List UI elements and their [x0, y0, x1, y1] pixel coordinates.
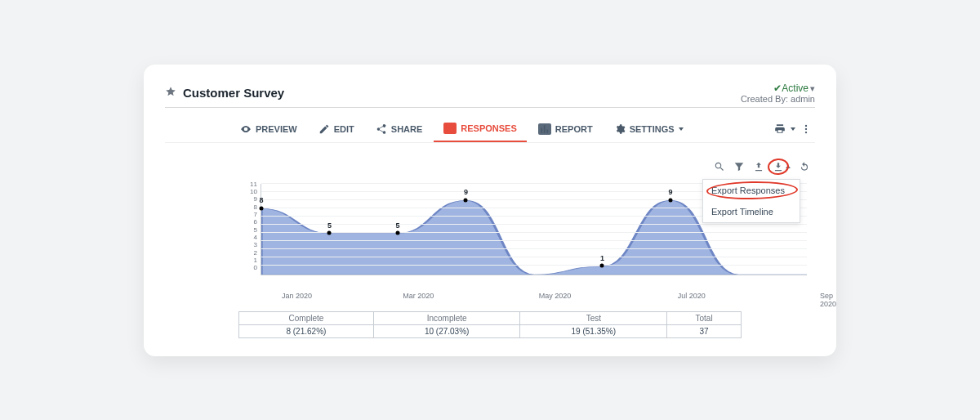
stats-cell: 19 (51.35%)	[520, 324, 667, 337]
stats-header: Total	[667, 311, 742, 324]
export-menu: Export Responses Export Timeline	[702, 179, 800, 223]
header-meta: ✔Active▾ Created By: admin	[741, 83, 815, 104]
created-by: Created By: admin	[741, 94, 815, 104]
title-group: Customer Survey	[165, 86, 284, 101]
chevron-down-icon	[679, 127, 684, 131]
x-axis: Jan 2020Mar 2020May 2020Jul 2020Sep 2020	[165, 292, 815, 303]
report-button[interactable]: REPORT	[528, 117, 603, 141]
stats-cell: 10 (27.03%)	[373, 324, 520, 337]
responses-badge-icon	[443, 123, 457, 134]
svg-point-1	[805, 127, 807, 129]
share-button[interactable]: SHARE	[366, 117, 433, 141]
page-title: Customer Survey	[183, 86, 284, 100]
status-badge[interactable]: ✔Active▾	[741, 83, 815, 94]
preview-button[interactable]: PREVIEW	[230, 117, 307, 141]
more-icon[interactable]	[800, 123, 812, 135]
filter-icon[interactable]	[733, 161, 745, 172]
export-responses-item[interactable]: Export Responses	[703, 180, 800, 201]
app-window: Customer Survey ✔Active▾ Created By: adm…	[144, 65, 836, 356]
stats-header: Incomplete	[373, 311, 520, 324]
settings-button[interactable]: SETTINGS	[604, 117, 693, 141]
stats-header: Test	[520, 311, 667, 324]
caret-up-icon	[786, 165, 791, 168]
export-timeline-item[interactable]: Export Timeline	[703, 201, 800, 222]
download-icon[interactable]	[773, 161, 784, 172]
responses-tab[interactable]: RESPONSES	[434, 116, 526, 142]
upload-icon[interactable]	[753, 161, 764, 172]
star-icon[interactable]	[165, 86, 176, 101]
chart-toolbar: Export Responses Export Timeline	[165, 143, 815, 179]
toolbar-actions	[774, 123, 815, 135]
print-icon[interactable]	[774, 123, 786, 135]
stats-cell: 37	[667, 324, 742, 337]
toolbar: PREVIEW EDIT SHARE RESPONSES REPORT SETT…	[165, 108, 815, 143]
header: Customer Survey ✔Active▾ Created By: adm…	[165, 83, 815, 108]
refresh-icon[interactable]	[799, 161, 810, 172]
svg-point-2	[805, 131, 807, 132]
y-axis: 11109876543210	[250, 181, 261, 272]
edit-button[interactable]: EDIT	[309, 117, 364, 141]
svg-point-0	[805, 124, 807, 126]
print-caret-icon[interactable]	[791, 127, 795, 131]
stats-header: Complete	[239, 311, 374, 324]
search-icon[interactable]	[714, 161, 725, 172]
stats-cell: 8 (21.62%)	[239, 324, 374, 337]
download-dropdown[interactable]	[773, 161, 791, 172]
chart-icon	[538, 123, 551, 135]
stats-table: CompleteIncompleteTestTotal 8 (21.62%)10…	[238, 311, 742, 338]
